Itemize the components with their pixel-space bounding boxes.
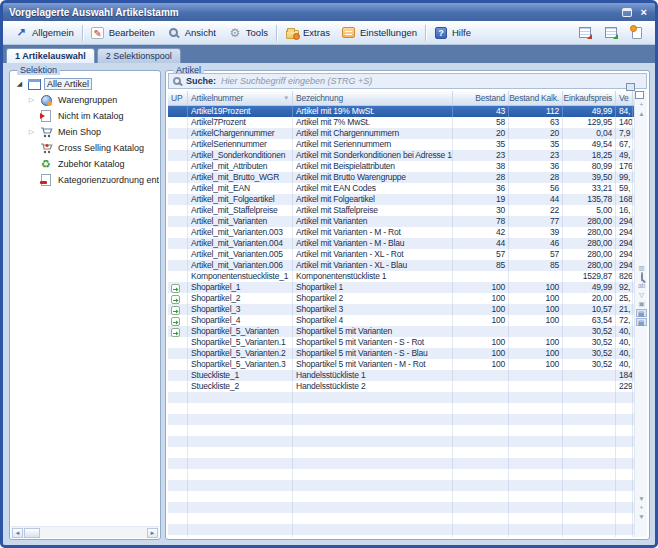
column-header-bestand[interactable]: Bestand (453, 91, 509, 105)
table-row[interactable]: Stueckliste_2 Handelsstückliste 2 229 (168, 381, 634, 392)
columns-icon[interactable]: ▥ (635, 263, 648, 272)
menu-ansicht[interactable]: Ansicht (161, 24, 222, 41)
column-header-artikelnummer[interactable]: Artikelnummer ▼ (188, 91, 293, 105)
column-header-ve[interactable]: Ve (616, 91, 633, 105)
table-row-empty[interactable] (168, 502, 634, 513)
table-row-empty[interactable] (168, 458, 634, 469)
column-header-bezeichnung[interactable]: Bezeichnung (293, 91, 453, 105)
table-row-empty[interactable] (168, 480, 634, 491)
table-import-button[interactable] (598, 24, 624, 41)
tab-selektionspool[interactable]: 2 Selektionspool (97, 48, 181, 63)
table-row-empty[interactable] (168, 414, 634, 425)
table-row[interactable]: ArtikelChargennummer Artikel mit Chargen… (168, 128, 634, 139)
table-row-empty[interactable] (168, 436, 634, 447)
table-row-empty[interactable] (168, 524, 634, 535)
table-row-empty[interactable] (168, 513, 634, 524)
row-ve: 294 (616, 249, 633, 260)
menu-label: Extras (303, 27, 330, 38)
table-row[interactable]: Artikel7Prozent Artikel mit 7% MwSt. 58 … (168, 117, 634, 128)
expander-icon[interactable]: ▷ (27, 96, 36, 104)
table-row[interactable]: ArtikelSeriennummer Artikel mit Seriennu… (168, 139, 634, 150)
row-einkaufspreis: 30,52 (563, 348, 616, 359)
row-artikelnummer (188, 414, 293, 425)
add-row-icon[interactable]: + (635, 100, 648, 109)
table-row[interactable]: Artikel_mit_Staffelpreise Artikel mit St… (168, 205, 634, 216)
table-row-empty[interactable] (168, 447, 634, 458)
table-row[interactable]: Shopartikel_3 Shopartikel 3 100 100 10,5… (168, 304, 634, 315)
row-ve: 826 (616, 271, 633, 282)
tree-item-nicht-im-katalog[interactable]: Nicht im Katalog (11, 108, 159, 124)
column-header-up[interactable]: UP (168, 91, 188, 105)
add-row-bottom-icon[interactable]: + (635, 503, 648, 512)
scroll-down-icon[interactable]: ▼ (635, 494, 648, 503)
table-row-empty[interactable] (168, 469, 634, 480)
scroll-right-icon[interactable]: ► (147, 528, 158, 538)
expander-icon[interactable]: ◢ (15, 80, 24, 88)
table-row[interactable]: Artikel19Prozent Artikel mit 19% MwSt. 4… (168, 106, 634, 117)
table-row-empty[interactable] (168, 403, 634, 414)
table-row-empty[interactable] (168, 425, 634, 436)
table-row[interactable]: Artikel_mit_Brutto_WGR Artikel mit Brutt… (168, 172, 634, 183)
tab-artikelauswahl[interactable]: 1 Artikelauswahl (6, 48, 95, 63)
zoom-icon[interactable] (635, 272, 648, 281)
expander-icon[interactable]: ▷ (27, 128, 36, 136)
table-row[interactable]: Shopartikel_5_Varianten.1 Shopartikel 5 … (168, 337, 634, 348)
table-row[interactable]: Shopartikel_4 Shopartikel 4 100 100 63,5… (168, 315, 634, 326)
search-input[interactable] (221, 75, 642, 87)
row-bezeichnung: Artikel mit Varianten - M - Blau (293, 238, 453, 249)
copy-icon[interactable]: ▣ (635, 299, 648, 308)
table-row[interactable]: Artikel_mit_Varianten.006 Artikel mit Va… (168, 260, 634, 271)
menu-tools[interactable]: ⚙ Tools (222, 24, 274, 41)
table-row[interactable]: Artikel_mit_Varianten Artikel mit Varian… (168, 216, 634, 227)
table-row[interactable]: Artikel_mit_EAN Artikel mit EAN Codes 36… (168, 183, 634, 194)
row-bestand: 100 (453, 304, 509, 315)
scroll-bottom-icon[interactable]: ▼ (635, 512, 648, 521)
row-bestand-kalk (509, 535, 563, 537)
table-row[interactable]: Artikel_mit_Folgeartikel Artikel mit Fol… (168, 194, 634, 205)
table-row-empty[interactable] (168, 392, 634, 403)
tree-item-mein-shop[interactable]: ▷ Mein Shop (11, 124, 159, 140)
menu-extras[interactable]: Extras (279, 24, 336, 41)
menu-bearbeiten[interactable]: ✎ Bearbeiten (85, 24, 161, 41)
menu-einstellungen[interactable]: Einstellungen (336, 24, 423, 41)
row-bestand (453, 381, 509, 392)
table-row-empty[interactable] (168, 491, 634, 502)
menu-hilfe[interactable]: ? Hilfe (428, 24, 477, 41)
table-row[interactable]: Shopartikel_5_Varianten.3 Shopartikel 5 … (168, 359, 634, 370)
table-row[interactable]: Shopartikel_5_Varianten Shopartikel 5 mi… (168, 326, 634, 337)
tree-item-zubehoer[interactable]: ♻ Zubehör Katalog (11, 156, 159, 172)
close-icon[interactable]: × (639, 7, 649, 17)
table-row[interactable]: Stueckliste_1 Handelsstückliste 1 184 (168, 370, 634, 381)
tree-horizontal-scrollbar[interactable]: ◄ ► (11, 526, 159, 538)
scrollbar-thumb[interactable] (24, 528, 40, 538)
scroll-top-icon[interactable]: ▲ (635, 109, 648, 118)
row-ve: 294 (616, 260, 633, 271)
list-view-alt-icon[interactable]: ▤ (636, 318, 647, 326)
table-row[interactable]: Artikel_Sonderkonditionen Artikel mit So… (168, 150, 634, 161)
list-view-icon[interactable]: ▤ (636, 309, 647, 317)
column-header-bestand-kalk[interactable]: Bestand Kalk. (509, 91, 563, 105)
table-row[interactable]: Artikel_mit_Attributen Artikel mit Beisp… (168, 161, 634, 172)
table-export-button[interactable] (572, 24, 598, 41)
table-row[interactable]: Artikel_mit_Varianten.005 Artikel mit Va… (168, 249, 634, 260)
tree-item-kategorien-entfernen[interactable]: Kategorienzuordnung entfernen (11, 172, 159, 188)
table-row[interactable]: Artikel_mit_Varianten.004 Artikel mit Va… (168, 238, 634, 249)
table-row[interactable]: Shopartikel_5_Varianten.2 Shopartikel 5 … (168, 348, 634, 359)
letters-icon[interactable]: ab (635, 281, 648, 290)
table-row[interactable]: Artikel_mit_Varianten.003 Artikel mit Va… (168, 227, 634, 238)
row-bestand: 35 (453, 139, 509, 150)
restore-icon[interactable] (622, 8, 632, 17)
tree-item-alle-artikel[interactable]: ◢ Alle Artikel (11, 76, 159, 92)
table-row[interactable]: Shopartikel_1 Shopartikel 1 100 100 49,9… (168, 282, 634, 293)
column-header-einkaufspreis[interactable]: Einkaufspreis (563, 91, 616, 105)
filter-icon[interactable]: ▽ (635, 290, 648, 299)
tree-item-cross-selling[interactable]: Cross Selling Katalog (11, 140, 159, 156)
new-document-button[interactable] (624, 24, 650, 41)
tree-item-warengruppen[interactable]: ▷ Warengruppen (11, 92, 159, 108)
scroll-left-icon[interactable]: ◄ (12, 528, 23, 538)
table-row[interactable]: Shopartikel_2 Shopartikel 2 100 100 20,0… (168, 293, 634, 304)
row-up-cell (168, 502, 188, 513)
table-row-empty[interactable] (168, 535, 634, 537)
table-row[interactable]: Komponentenstueckliste_1 Komponentenstüc… (168, 271, 634, 282)
menu-allgemein[interactable]: ↗ Allgemein (8, 24, 80, 41)
